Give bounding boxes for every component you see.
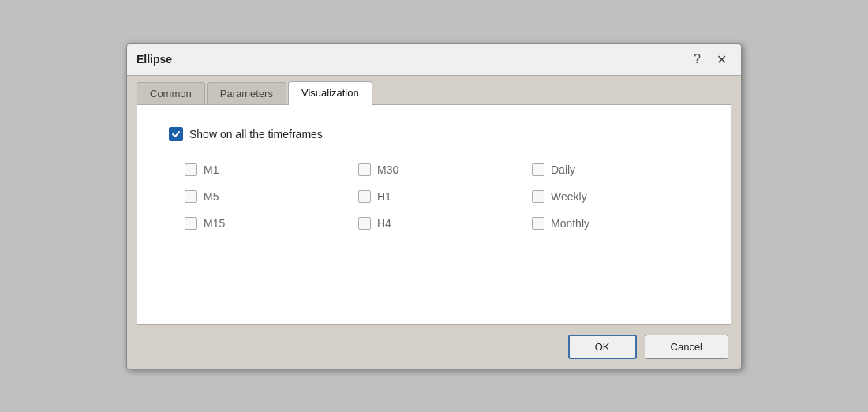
timeframe-monthly: Monthly: [532, 217, 705, 230]
show-all-label: Show on all the timeframes: [189, 128, 323, 140]
dialog-title: Ellipse: [137, 53, 172, 66]
tab-parameters[interactable]: Parameters: [207, 82, 286, 104]
title-bar-buttons: ? ✕: [689, 51, 731, 69]
checkbox-monthly[interactable]: [532, 217, 544, 230]
help-button[interactable]: ?: [689, 51, 705, 68]
cancel-button[interactable]: Cancel: [645, 335, 728, 359]
checkbox-m5[interactable]: [185, 190, 197, 203]
tab-visualization[interactable]: Visualization: [288, 81, 372, 105]
timeframe-h1: H1: [358, 190, 532, 203]
timeframes-grid: M1 M30 Daily M5 H1: [169, 163, 699, 230]
label-m15: M15: [204, 217, 225, 230]
checkbox-m15[interactable]: [185, 217, 197, 230]
label-h1: H1: [377, 190, 391, 203]
label-m1: M1: [204, 163, 219, 176]
label-m5: M5: [204, 190, 219, 203]
title-bar: Ellipse ? ✕: [127, 44, 741, 76]
timeframe-daily: Daily: [532, 163, 705, 176]
timeframe-m5: M5: [185, 190, 358, 203]
ok-button[interactable]: OK: [568, 335, 637, 359]
close-button[interactable]: ✕: [712, 51, 731, 69]
checkbox-daily[interactable]: [532, 163, 544, 176]
tabs-row: Common Parameters Visualization: [127, 76, 741, 104]
label-h4: H4: [377, 217, 391, 230]
label-m30: M30: [377, 163, 398, 176]
dialog: Ellipse ? ✕ Common Parameters Visualizat…: [126, 43, 742, 369]
checkbox-m1[interactable]: [185, 163, 197, 176]
show-all-row: Show on all the timeframes: [169, 127, 699, 141]
timeframe-h4: H4: [358, 217, 532, 230]
checkbox-h1[interactable]: [358, 190, 371, 203]
checkbox-weekly[interactable]: [532, 190, 544, 203]
footer: OK Cancel: [127, 325, 741, 369]
checkbox-h4[interactable]: [358, 217, 371, 230]
timeframe-m1: M1: [185, 163, 358, 176]
visualization-content: Show on all the timeframes M1 M30 Daily: [137, 104, 731, 325]
show-all-checkbox[interactable]: [169, 127, 183, 141]
tab-common[interactable]: Common: [137, 82, 205, 104]
checkbox-m30[interactable]: [358, 163, 371, 176]
timeframe-m15: M15: [185, 217, 358, 230]
timeframe-weekly: Weekly: [532, 190, 705, 203]
label-weekly: Weekly: [551, 190, 587, 203]
label-daily: Daily: [551, 163, 575, 176]
timeframe-m30: M30: [358, 163, 532, 176]
label-monthly: Monthly: [551, 217, 589, 230]
